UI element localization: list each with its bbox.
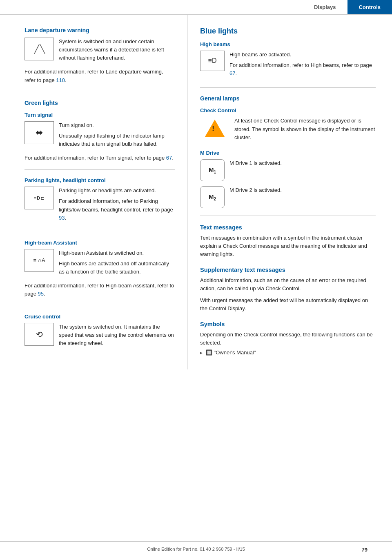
symbols-list: ▸ 🔲 "Owner's Manual" [200, 349, 376, 356]
left-column: Lane departure warning ╱ ╲ System is swi… [0, 15, 188, 369]
symbols-heading: Symbols [200, 321, 376, 327]
high-beams-block: ≡D High beams are activated. For additio… [200, 51, 376, 80]
check-control-heading: Check Control [200, 107, 376, 113]
symbols-description: Depending on the Check Control message, … [200, 331, 376, 347]
cruise-control-heading: Cruise control [24, 314, 175, 320]
parking-lights-heading: Parking lights, headlight control [24, 177, 175, 183]
list-item: ▸ 🔲 "Owner's Manual" [200, 349, 376, 356]
page-content: Lane departure warning ╱ ╲ System is swi… [0, 15, 392, 369]
divider-4 [24, 306, 175, 306]
parking-lights-text: Parking lights or headlights are activat… [59, 187, 175, 225]
highbeam-assistant-icon: ≡ ∩A [24, 249, 54, 272]
high-beams-heading: High beams [200, 41, 376, 47]
lane-departure-heading: Lane departure warning [24, 27, 175, 33]
supplementary-text-messages-heading: Supplementary text messages [200, 267, 376, 273]
page-footer: Online Edition for Part no. 01 40 2 960 … [0, 541, 392, 556]
lane-departure-ref: For additional information, refer to Lan… [24, 68, 175, 84]
tab-displays-label: Displays [314, 4, 336, 10]
tab-controls[interactable]: Controls [347, 0, 392, 14]
highbeam-assistant-block: ≡ ∩A High-beam Assistant is switched on.… [24, 249, 175, 278]
page-number: 79 [362, 547, 368, 553]
high-beams-text: High beams are activated. For additional… [229, 51, 376, 80]
green-lights-heading: Green lights [24, 100, 175, 106]
divider-r1 [200, 87, 376, 88]
text-messages-description: Text messages in combination with a symb… [200, 234, 376, 258]
high-beams-icon: ≡D [200, 51, 225, 71]
turn-signal-heading: Turn signal [24, 112, 175, 118]
m-drive-1-block: M1 M Drive 1 is activated. [200, 159, 376, 181]
parking-lights-block: ≡D⊏ Parking lights or headlights are act… [24, 187, 175, 225]
arrow-icon: ▸ [200, 350, 203, 356]
m-drive-2-text: M Drive 2 is activated. [229, 186, 282, 197]
text-messages-heading: Text messages [200, 224, 376, 231]
footer-text: Online Edition for Part no. 01 40 2 960 … [147, 547, 245, 552]
cruise-control-block: ⟲ The system is switched on. It maintain… [24, 323, 175, 350]
lane-departure-icon: ╱ ╲ [24, 38, 54, 60]
m-drive-1-icon: M1 [200, 159, 225, 181]
divider-3 [24, 232, 175, 232]
right-column: Blue lights High beams ≡D High beams are… [188, 15, 392, 369]
supplementary-line2: With urgent messages the added text will… [200, 296, 376, 313]
divider-2 [24, 169, 175, 170]
highbeam-assistant-heading: High-beam Assistant [24, 240, 175, 246]
turn-signal-ref: For additional information, refer to Tur… [24, 154, 175, 162]
check-control-icon [200, 117, 229, 140]
cruise-control-text: The system is switched on. It maintains … [59, 323, 175, 350]
page-header: Displays Controls [0, 0, 392, 15]
divider-1 [24, 92, 175, 92]
m-drive-1-text: M Drive 1 is activated. [229, 159, 282, 170]
highbeam-assistant-ref: For additional information, refer to Hig… [24, 282, 175, 298]
cruise-control-icon: ⟲ [24, 323, 54, 346]
tab-controls-label: Controls [359, 4, 381, 10]
header-tabs: Displays Controls [303, 0, 392, 14]
m-drive-2-icon: M2 [200, 186, 225, 208]
lane-departure-block: ╱ ╲ System is switched on and under cert… [24, 38, 175, 64]
divider-r2 [200, 216, 376, 216]
m-drive-2-block: M2 M Drive 2 is activated. [200, 186, 376, 208]
turn-signal-text: Turn signal on. Unusually rapid flashing… [59, 121, 175, 151]
m-drive-heading: M Drive [200, 150, 376, 156]
check-control-block: At least one Check Control message is di… [200, 117, 376, 144]
parking-lights-icon: ≡D⊏ [24, 187, 54, 209]
blue-lights-heading: Blue lights [200, 27, 376, 36]
lane-departure-text: System is switched on and under certain … [59, 38, 175, 64]
turn-signal-icon: ⬌ [24, 121, 54, 144]
general-lamps-heading: General lamps [200, 95, 376, 102]
supplementary-line1: Additional information, such as on the c… [200, 276, 376, 293]
tab-displays[interactable]: Displays [303, 0, 347, 14]
check-control-text: At least one Check Control message is di… [234, 117, 376, 144]
turn-signal-block: ⬌ Turn signal on. Unusually rapid flashi… [24, 121, 175, 151]
highbeam-assistant-text: High-beam Assistant is switched on. High… [59, 249, 175, 278]
